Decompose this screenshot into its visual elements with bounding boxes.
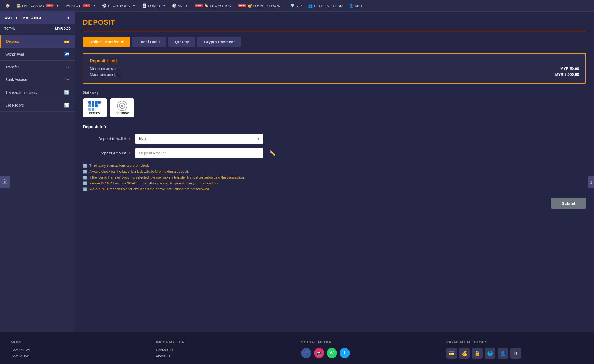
warning-icon-5: ℹ️ <box>83 187 87 191</box>
warning-text-5: We are NOT responsible for any loss if t… <box>89 187 210 191</box>
promotion-badge: NEW <box>195 4 203 7</box>
deposit-icon: 💳 <box>64 39 69 44</box>
submit-button[interactable]: Submit <box>551 198 586 209</box>
svg-rect-2 <box>95 101 98 104</box>
nav-refer[interactable]: 👥 REFER A FRIEND <box>305 2 345 9</box>
deposit-wallet-wrapper: Main <box>135 134 263 144</box>
svg-rect-6 <box>95 104 98 107</box>
deposit-amount-label: Deposit Amount ★ <box>83 151 131 155</box>
sidebar-item-transfer[interactable]: Transfer ⇄ <box>0 61 75 73</box>
nav-loyalty[interactable]: NEW 👑 LOYALTY LOUNGE <box>235 2 287 9</box>
top-navigation: 🏠 🎰 LIVE CASINO NEW ▼ 🎮 SLOT NEW ▼ ⚽ SPO… <box>0 0 594 12</box>
social-instagram-icon[interactable]: 📷 <box>314 348 324 358</box>
gateway-label: Gateway <box>83 90 586 95</box>
payment-icon-1: 💳 <box>446 348 457 359</box>
page-title: DEPOSIT <box>83 18 586 26</box>
sidebar: WALLET BALANCE ▼ TOTAL MYR 0.00 Deposit … <box>0 12 75 332</box>
deposit-info-section: Deposit Info Deposit to wallet ★ Main De… <box>83 125 586 158</box>
warning-2: ℹ️ Always check for the latest bank deta… <box>83 169 586 174</box>
sidebar-item-transaction-history[interactable]: Transaction History 🔄 <box>0 86 75 99</box>
gateway-doitnow[interactable]: DOITNOW <box>110 98 134 117</box>
nav-myf[interactable]: 👤 MY F <box>346 2 366 9</box>
gateway-bigpayz[interactable]: BIGPAYZ <box>83 98 107 117</box>
social-icons: f 📷 W t <box>301 348 438 358</box>
total-value: MYR 0.00 <box>55 26 71 30</box>
footer-more-title: MORE <box>11 340 148 344</box>
myf-icon: 👤 <box>349 3 354 8</box>
footer-social-title: SOCIAL MEDIA <box>301 340 438 344</box>
tab-qr-pay[interactable]: QR Pay <box>168 37 195 47</box>
footer-link-how-to-play[interactable]: How To Play <box>11 348 148 352</box>
chevron-down-icon-3: ▼ <box>133 4 136 7</box>
required-star-amount: ★ <box>128 152 131 155</box>
tab-local-bank[interactable]: Local Bank <box>132 37 166 47</box>
svg-rect-7 <box>88 108 91 111</box>
min-amount-label: Minimum amount: <box>90 67 119 71</box>
payment-icon-2: 💰 <box>459 348 470 359</box>
sidebar-item-bank-account[interactable]: Bank Account 🏛 <box>0 73 75 86</box>
qr-pay-label: QR Pay <box>175 40 189 44</box>
sidebar-deposit-label: Deposit <box>6 39 19 44</box>
edit-icon[interactable]: ✏️ <box>269 150 275 156</box>
promotion-icon: 🏷️ <box>204 3 208 8</box>
warning-1: ℹ️ Third-party transactions are prohibit… <box>83 164 586 168</box>
sidebar-item-withdrawal[interactable]: Withdrawal 🏧 <box>0 48 75 61</box>
wallet-balance-header: WALLET BALANCE ▼ <box>0 12 75 24</box>
bigpayz-logo <box>88 101 102 111</box>
nav-poker[interactable]: 🃏 POKER ▼ <box>139 2 168 9</box>
nav-live-casino-label: LIVE CASINO <box>22 4 44 8</box>
bet-record-icon: 📊 <box>64 103 69 108</box>
sidebar-menu: Deposit 💳 Withdrawal 🏧 Transfer ⇄ Bank A… <box>0 33 75 114</box>
chevron-down-icon: ▼ <box>56 4 59 7</box>
poker-icon: 🃏 <box>142 3 146 8</box>
wallet-balance-dropdown-icon[interactable]: ▼ <box>66 16 71 20</box>
social-twitter-icon[interactable]: t <box>340 348 350 358</box>
crypto-payment-label: Crypto Payment <box>204 40 235 44</box>
4d-icon: 🎲 <box>172 3 177 8</box>
social-facebook-icon[interactable]: f <box>301 348 311 358</box>
info-sidebar-toggle[interactable]: ℹ <box>588 176 594 188</box>
social-whatsapp-icon[interactable]: W <box>327 348 337 358</box>
tab-crypto-payment[interactable]: Crypto Payment <box>197 37 241 47</box>
loyalty-icon: 👑 <box>247 3 252 8</box>
chevron-down-icon-4: ▼ <box>162 4 166 7</box>
footer-social-section: SOCIAL MEDIA f 📷 W t <box>301 340 438 360</box>
nav-vip[interactable]: 💎 VIP <box>288 2 304 9</box>
nav-home[interactable]: 🏠 <box>3 2 13 9</box>
nav-slot[interactable]: 🎮 SLOT NEW ▼ <box>63 2 99 9</box>
footer-link-contact-us[interactable]: Contact Us <box>156 348 293 352</box>
sidebar-bank-account-label: Bank Account <box>5 78 28 82</box>
gateway-options: BIGPAYZ DOITNOW <box>83 98 586 117</box>
footer-link-how-to-join[interactable]: How To Join <box>11 354 148 358</box>
sidebar-bank-toggle[interactable]: 🏛 <box>0 176 10 188</box>
nav-4d[interactable]: 🎲 4D ▼ <box>169 2 191 9</box>
deposit-wallet-select[interactable]: Main <box>135 134 263 144</box>
home-icon: 🏠 <box>5 3 10 8</box>
refer-icon: 👥 <box>308 3 313 8</box>
warning-3: ℹ️ If the 'Bank Transfer' option is sele… <box>83 175 586 180</box>
slot-badge: NEW <box>83 4 90 7</box>
main-content: DEPOSIT Online Transfer ◀ Local Bank QR … <box>75 12 594 332</box>
svg-point-11 <box>121 105 123 107</box>
footer-link-about-us[interactable]: About Us <box>156 354 293 358</box>
nav-refer-label: REFER A FRIEND <box>314 4 343 8</box>
footer: MORE How To Play How To Join INFORMATION… <box>0 332 594 364</box>
sportbook-icon: ⚽ <box>102 3 107 8</box>
nav-sportbook[interactable]: ⚽ SPORTBOOK ▼ <box>99 2 138 9</box>
nav-sportbook-label: SPORTBOOK <box>108 4 130 8</box>
nav-live-casino[interactable]: 🎰 LIVE CASINO NEW ▼ <box>14 2 62 9</box>
sidebar-item-bet-record[interactable]: Bet Record 📊 <box>0 99 75 112</box>
sidebar-transfer-label: Transfer <box>5 65 19 69</box>
withdrawal-icon: 🏧 <box>64 52 69 57</box>
payment-icon-3: 🔒 <box>472 348 483 359</box>
live-casino-badge: NEW <box>46 4 54 7</box>
footer-payment-section: PAYMENT METHODS 💳 💰 🔒 🌐 👤 ₿ <box>446 340 583 360</box>
nav-promotion[interactable]: NEW 🏷️ PROMOTION <box>192 2 234 9</box>
max-amount-label: Maximum amount: <box>90 72 121 77</box>
tab-online-transfer[interactable]: Online Transfer ◀ <box>83 37 130 47</box>
live-casino-icon: 🎰 <box>16 3 21 8</box>
warning-text-4: Please DO NOT include '96ACE' or anythin… <box>89 181 219 185</box>
deposit-amount-input[interactable] <box>135 148 263 158</box>
sidebar-item-deposit[interactable]: Deposit 💳 <box>0 35 75 48</box>
wallet-balance-title: WALLET BALANCE <box>4 16 43 20</box>
